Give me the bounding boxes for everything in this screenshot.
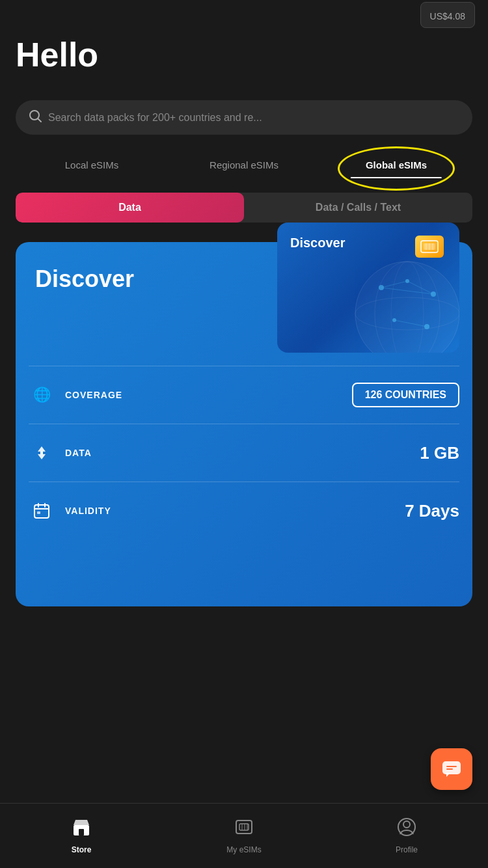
card-thumbnail: Discover — [277, 223, 459, 353]
card-rows: 🌐 COVERAGE 126 COUNTRIES DATA 1 GB — [16, 366, 472, 539]
bottom-nav: Store My eSIMs Profile — [0, 803, 488, 868]
svg-rect-23 — [34, 505, 49, 518]
validity-icon — [29, 498, 55, 524]
nav-store[interactable]: Store — [0, 817, 163, 854]
card-top: Discover Discover — [16, 242, 472, 359]
profile-label: Profile — [396, 845, 418, 854]
myesims-icon — [234, 817, 254, 841]
svg-point-5 — [355, 262, 459, 353]
tabs-row: Local eSIMs Regional eSIMs Global eSIMs — [16, 153, 472, 177]
svg-rect-28 — [442, 761, 461, 774]
header: Hello — [0, 29, 488, 100]
esim-chip — [415, 236, 444, 258]
tab-regional-esims[interactable]: Regional eSIMs — [168, 153, 320, 177]
data-toggle[interactable]: Data Data / Calls / Text — [16, 193, 472, 223]
greeting-text: Hello — [16, 35, 472, 74]
validity-label: VALIDITY — [65, 506, 111, 516]
svg-rect-30 — [446, 768, 453, 770]
validity-row: VALIDITY 7 Days — [29, 481, 459, 539]
myesims-label: My eSIMs — [226, 845, 261, 854]
globe-visual — [342, 242, 459, 353]
store-icon — [72, 817, 91, 841]
coverage-row-left: 🌐 COVERAGE — [29, 382, 122, 408]
data-label: DATA — [65, 448, 92, 458]
chat-fab-button[interactable] — [431, 748, 472, 790]
svg-rect-33 — [236, 821, 252, 834]
card-title: Discover — [35, 265, 134, 293]
svg-point-39 — [403, 821, 410, 828]
nav-profile[interactable]: Profile — [325, 817, 488, 854]
data-icon — [29, 440, 55, 466]
svg-rect-27 — [37, 511, 40, 514]
validity-value: 7 Days — [405, 501, 459, 521]
coverage-icon: 🌐 — [29, 382, 55, 408]
data-value: 1 GB — [420, 443, 459, 463]
coverage-row: 🌐 COVERAGE 126 COUNTRIES — [29, 366, 459, 424]
main-content: Search data packs for 200+ countries and… — [0, 100, 488, 685]
data-row-left: DATA — [29, 440, 92, 466]
search-placeholder: Search data packs for 200+ countries and… — [48, 112, 459, 124]
airmoney-badge[interactable]: Airmoney US$4.08 — [418, 0, 475, 28]
search-bar[interactable]: Search data packs for 200+ countries and… — [16, 100, 472, 135]
svg-rect-29 — [446, 766, 457, 767]
store-label: Store — [72, 845, 92, 854]
toggle-data-calls-text[interactable]: Data / Calls / Text — [244, 193, 472, 223]
profile-icon — [397, 817, 416, 841]
nav-myesims[interactable]: My eSIMs — [163, 817, 325, 854]
search-icon — [29, 109, 42, 126]
data-row: DATA 1 GB — [29, 424, 459, 481]
thumbnail-label: Discover — [290, 236, 346, 251]
toggle-data[interactable]: Data — [16, 193, 244, 223]
tab-global-esims[interactable]: Global eSIMs — [320, 153, 472, 177]
status-bar: Airmoney US$4.08 — [0, 0, 488, 29]
tab-local-esims[interactable]: Local eSIMs — [16, 153, 168, 177]
coverage-label: COVERAGE — [65, 390, 122, 400]
airmoney-amount: US$4.08 — [420, 2, 475, 28]
discover-card[interactable]: Discover Discover — [16, 242, 472, 606]
validity-row-left: VALIDITY — [29, 498, 111, 524]
svg-line-4 — [38, 119, 42, 122]
countries-badge: 126 COUNTRIES — [352, 383, 459, 407]
svg-rect-32 — [79, 829, 84, 835]
